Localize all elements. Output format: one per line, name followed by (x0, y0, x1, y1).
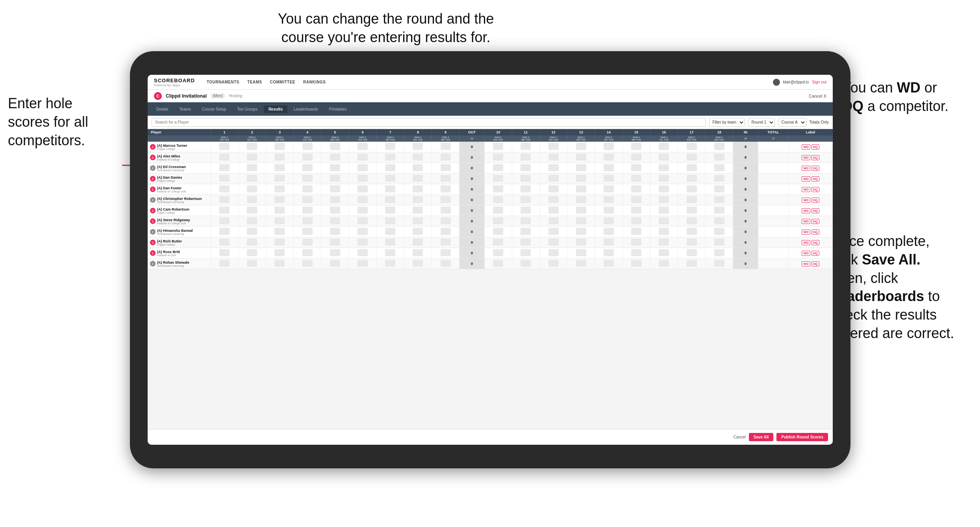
hole-3-score-10[interactable] (266, 248, 293, 259)
hole-14-score-2[interactable] (595, 163, 622, 174)
hole-2-score-7[interactable] (238, 216, 266, 227)
hole-7-score-3[interactable] (376, 174, 404, 184)
hole-4-score-10[interactable] (294, 248, 321, 259)
hole-16-score-6[interactable] (650, 205, 678, 216)
hole-17-score-3[interactable] (678, 174, 705, 184)
hole-16-score-9[interactable] (650, 237, 678, 248)
hole-17-score-2[interactable] (678, 163, 705, 174)
hole-8-score-1[interactable] (404, 152, 432, 163)
hole-1-score-6[interactable] (211, 205, 238, 216)
hole-16-score-2[interactable] (650, 163, 678, 174)
hole-17-score-8[interactable] (678, 227, 705, 237)
hole-6-score-10[interactable] (349, 248, 376, 259)
hole-14-score-0[interactable] (595, 142, 622, 152)
hole-18-score-2[interactable] (706, 163, 733, 174)
hole-14-score-7[interactable] (595, 216, 622, 227)
hole-7-score-10[interactable] (376, 248, 404, 259)
hole-3-score-7[interactable] (266, 216, 293, 227)
tab-results[interactable]: Results (264, 105, 287, 113)
hole-4-score-7[interactable] (294, 216, 321, 227)
wd-button-5[interactable]: WD (802, 198, 810, 203)
hole-14-score-3[interactable] (595, 174, 622, 184)
hole-10-score-8[interactable] (484, 227, 512, 237)
hole-14-score-4[interactable] (595, 184, 622, 195)
hole-15-score-5[interactable] (622, 195, 650, 205)
hole-9-score-2[interactable] (432, 163, 459, 174)
hole-10-score-1[interactable] (484, 152, 512, 163)
hole-18-score-0[interactable] (706, 142, 733, 152)
nav-tournaments[interactable]: TOURNAMENTS (207, 80, 239, 84)
hole-13-score-3[interactable] (567, 174, 595, 184)
hole-3-score-3[interactable] (266, 174, 293, 184)
wd-button-0[interactable]: WD (802, 144, 810, 150)
hole-2-score-0[interactable] (238, 142, 266, 152)
hole-11-score-9[interactable] (512, 237, 539, 248)
hole-10-score-3[interactable] (484, 174, 512, 184)
dq-button-2[interactable]: DQ (811, 166, 819, 171)
hole-3-score-4[interactable] (266, 184, 293, 195)
hole-4-score-3[interactable] (294, 174, 321, 184)
hole-6-score-6[interactable] (349, 205, 376, 216)
hole-3-score-8[interactable] (266, 227, 293, 237)
tab-details[interactable]: Details (152, 105, 173, 113)
tab-tee-groups[interactable]: Tee Groups (232, 105, 262, 113)
hole-5-score-11[interactable] (321, 259, 349, 269)
hole-15-score-3[interactable] (622, 174, 650, 184)
hole-4-score-0[interactable] (294, 142, 321, 152)
hole-11-score-0[interactable] (512, 142, 539, 152)
hole-11-score-4[interactable] (512, 184, 539, 195)
hole-2-score-9[interactable] (238, 237, 266, 248)
hole-6-score-1[interactable] (349, 152, 376, 163)
nav-teams[interactable]: TEAMS (247, 80, 262, 84)
hole-11-score-5[interactable] (512, 195, 539, 205)
hole-12-score-6[interactable] (539, 205, 567, 216)
hole-10-score-7[interactable] (484, 216, 512, 227)
hole-16-score-1[interactable] (650, 152, 678, 163)
wd-button-1[interactable]: WD (802, 155, 810, 160)
hole-9-score-9[interactable] (432, 237, 459, 248)
hole-6-score-0[interactable] (349, 142, 376, 152)
hole-3-score-0[interactable] (266, 142, 293, 152)
hole-2-score-8[interactable] (238, 227, 266, 237)
hole-13-score-4[interactable] (567, 184, 595, 195)
hole-7-score-0[interactable] (376, 142, 404, 152)
hole-13-score-2[interactable] (567, 163, 595, 174)
hole-16-score-11[interactable] (650, 259, 678, 269)
hole-14-score-6[interactable] (595, 205, 622, 216)
hole-15-score-11[interactable] (622, 259, 650, 269)
hole-14-score-5[interactable] (595, 195, 622, 205)
hole-5-score-9[interactable] (321, 237, 349, 248)
hole-1-score-7[interactable] (211, 216, 238, 227)
hole-8-score-9[interactable] (404, 237, 432, 248)
hole-8-score-0[interactable] (404, 142, 432, 152)
hole-17-score-4[interactable] (678, 184, 705, 195)
hole-2-score-10[interactable] (238, 248, 266, 259)
hole-9-score-7[interactable] (432, 216, 459, 227)
hole-18-score-6[interactable] (706, 205, 733, 216)
hole-11-score-8[interactable] (512, 227, 539, 237)
hole-13-score-1[interactable] (567, 152, 595, 163)
hole-2-score-2[interactable] (238, 163, 266, 174)
save-all-button[interactable]: Save All (749, 433, 774, 441)
hole-1-score-10[interactable] (211, 248, 238, 259)
hole-11-score-1[interactable] (512, 152, 539, 163)
hole-15-score-7[interactable] (622, 216, 650, 227)
hole-14-score-9[interactable] (595, 237, 622, 248)
hole-16-score-0[interactable] (650, 142, 678, 152)
hole-12-score-9[interactable] (539, 237, 567, 248)
hole-2-score-5[interactable] (238, 195, 266, 205)
hole-14-score-10[interactable] (595, 248, 622, 259)
hole-6-score-9[interactable] (349, 237, 376, 248)
tab-leaderboards[interactable]: Leaderboards (289, 105, 323, 113)
hole-10-score-2[interactable] (484, 163, 512, 174)
hole-17-score-0[interactable] (678, 142, 705, 152)
hole-6-score-2[interactable] (349, 163, 376, 174)
wd-button-6[interactable]: WD (802, 208, 810, 213)
hole-2-score-11[interactable] (238, 259, 266, 269)
hole-6-score-5[interactable] (349, 195, 376, 205)
hole-6-score-11[interactable] (349, 259, 376, 269)
hole-18-score-10[interactable] (706, 248, 733, 259)
round-select[interactable]: Round 1 (748, 118, 775, 127)
dq-button-3[interactable]: DQ (811, 176, 819, 181)
hole-18-score-4[interactable] (706, 184, 733, 195)
